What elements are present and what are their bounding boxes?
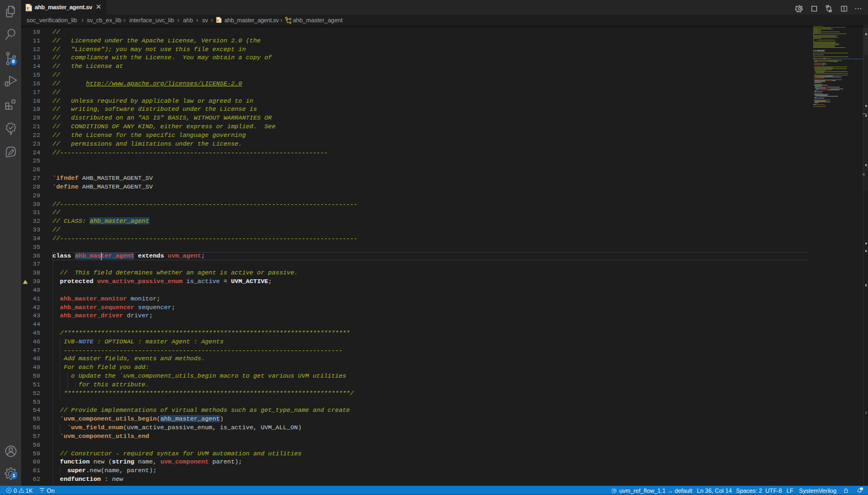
svg-text:v: v: [27, 5, 29, 11]
svg-text:v: v: [217, 18, 219, 23]
